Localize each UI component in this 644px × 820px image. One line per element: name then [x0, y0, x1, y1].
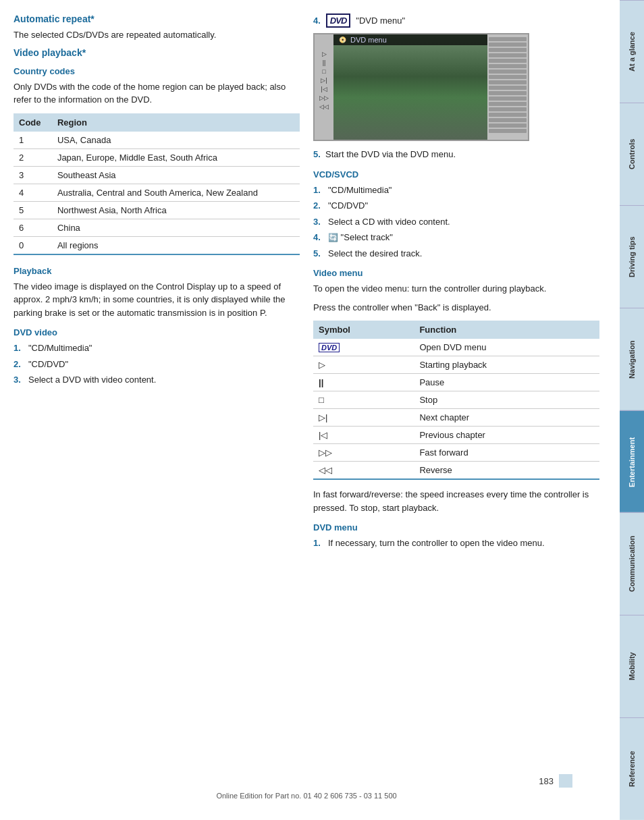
sidebar-item-navigation[interactable]: Navigation: [620, 308, 644, 410]
step-number: 5.: [313, 247, 324, 261]
sidebar-item-at-a-glance[interactable]: At a glance: [620, 0, 644, 103]
function-cell: Next chapter: [414, 409, 599, 427]
table-row: ||Pause: [313, 374, 599, 391]
table-row: 6China: [14, 219, 300, 236]
playback-body: The video image is displayed on the Cont…: [14, 280, 300, 320]
table-row: 0All regions: [14, 236, 300, 254]
video-playback-section: Video playback*: [14, 47, 300, 58]
fast-forward-icon: ▷▷: [319, 447, 332, 458]
country-codes-section: Country codes Only DVDs with the code of…: [14, 66, 300, 255]
dvd-video-steps: 1."CD/Multimedia"2."CD/DVD"3.Select a DV…: [14, 341, 300, 387]
function-cell: Pause: [414, 374, 599, 391]
dvd-left-panel: ▷ || □ ▷| |◁ ▷▷ ◁◁: [315, 34, 333, 140]
country-code-cell: 3: [14, 166, 52, 184]
country-code-cell: 5: [14, 201, 52, 219]
automatic-repeat-title: Automatic repeat*: [14, 13, 300, 24]
sym-prev-small: |◁: [321, 86, 327, 92]
symbol-cell: DVD: [313, 339, 414, 356]
country-code-cell: 4: [14, 184, 52, 201]
step-text: Select a CD with video content.: [328, 215, 450, 229]
list-item: 1.If necessary, turn the controller to o…: [313, 537, 599, 550]
dvd-menu-title: DVD menu: [313, 522, 599, 532]
sym-stop-small: □: [322, 68, 325, 75]
dvd-right-panel: [487, 34, 528, 140]
list-item: 1."CD/Multimedia": [14, 341, 300, 355]
table-row: 1USA, Canada: [14, 132, 300, 149]
sym-pause-small: ||: [323, 59, 326, 66]
sidebar-item-reference[interactable]: Reference: [620, 717, 644, 820]
sidebar-item-communication[interactable]: Communication: [620, 512, 644, 615]
dvd-video-title: DVD video: [14, 327, 300, 337]
country-codes-title: Country codes: [14, 66, 300, 76]
dvd-logo-icon: DVD: [326, 13, 350, 28]
region-cell: Southeast Asia: [52, 166, 300, 184]
table-row: ◁◁Reverse: [313, 462, 599, 480]
table-row: □Stop: [313, 391, 599, 409]
video-menu-title: Video menu: [313, 268, 599, 278]
list-item: 2."CD/DVD": [14, 358, 300, 371]
country-code-cell: 2: [14, 148, 52, 166]
step-text: Select a DVD with video content.: [28, 373, 156, 387]
region-cell: Northwest Asia, North Africa: [52, 201, 300, 219]
step-number: 1.: [14, 341, 24, 355]
table-row: |◁Previous chapter: [313, 427, 599, 444]
region-cell: Japan, Europe, Middle East, South Africa: [52, 148, 300, 166]
symbol-cell: |◁: [313, 427, 414, 444]
country-code-cell: 6: [14, 219, 52, 236]
pause-icon: ||: [319, 377, 323, 387]
function-cell: Stop: [414, 391, 599, 409]
step-number: 3.: [313, 215, 324, 229]
sidebar-item-controls[interactable]: Controls: [620, 103, 644, 205]
list-item: 5.Select the desired track.: [313, 247, 599, 261]
list-item: 3.Select a CD with video content.: [313, 215, 599, 229]
table-row: 2Japan, Europe, Middle East, South Afric…: [14, 148, 300, 166]
step-text: "CD/Multimedia": [28, 341, 92, 355]
table-row: ▷▷Fast forward: [313, 444, 599, 462]
sym-next-small: ▷|: [321, 77, 327, 84]
step-number: 2.: [313, 199, 324, 213]
left-column: Automatic repeat* The selected CDs/DVDs …: [14, 13, 300, 763]
sidebar-item-mobility[interactable]: Mobility: [620, 615, 644, 717]
list-item: 3.Select a DVD with video content.: [14, 373, 300, 387]
vcd-svcd-title: VCD/SVCD: [313, 169, 599, 180]
list-item: 1."CD/Multimedia": [313, 184, 599, 197]
video-menu-intro2: Press the controller when "Back" is disp…: [313, 301, 599, 315]
step-text: Select the desired track.: [328, 247, 422, 261]
table-row: DVDOpen DVD menu: [313, 339, 599, 356]
step4-number: 4.: [313, 16, 321, 26]
step-text: If necessary, turn the controller to ope…: [328, 537, 545, 550]
sidebar-tabs: At a glance Controls Driving tips Naviga…: [620, 0, 644, 820]
symbol-cell: ◁◁: [313, 462, 414, 480]
automatic-repeat-body: The selected CDs/DVDs are repeated autom…: [14, 28, 300, 42]
symbol-cell: ||: [313, 374, 414, 391]
automatic-repeat-section: Automatic repeat* The selected CDs/DVDs …: [14, 13, 300, 42]
page-number: 183: [539, 776, 554, 786]
reverse-icon: ◁◁: [319, 465, 332, 475]
video-menu-section: Video menu To open the video menu: turn …: [313, 268, 599, 514]
col-header-region: Region: [52, 113, 300, 132]
region-cell: China: [52, 219, 300, 236]
step-number: 1.: [313, 184, 324, 197]
dvd-menu-section: DVD menu 1.If necessary, turn the contro…: [313, 522, 599, 550]
playback-section: Playback The video image is displayed on…: [14, 266, 300, 320]
region-cell: USA, Canada: [52, 132, 300, 149]
dvd-symbol-icon: DVD: [319, 343, 340, 352]
stop-icon: □: [319, 395, 324, 405]
step4-header: 4. DVD "DVD menu": [313, 13, 599, 28]
dvd-menu-label: DVD menu: [350, 36, 387, 44]
step-text: "CD/DVD": [328, 199, 368, 213]
symbol-cell: □: [313, 391, 414, 409]
select-icon: 🔄: [328, 233, 338, 242]
region-cell: Australia, Central and South America, Ne…: [52, 184, 300, 201]
symbol-cell: ▷: [313, 356, 414, 374]
step-text: 🔄 "Select track": [328, 231, 393, 244]
sidebar-item-driving-tips[interactable]: Driving tips: [620, 205, 644, 308]
symbol-table: Symbol Function DVDOpen DVD menu▷Startin…: [313, 321, 599, 480]
step-number: 1.: [313, 537, 324, 550]
country-code-cell: 0: [14, 236, 52, 254]
dvd-icon-small: 📀: [339, 36, 346, 43]
prev-icon: |◁: [319, 430, 327, 440]
table-row: ▷|Next chapter: [313, 409, 599, 427]
sym-play-small: ▷: [322, 51, 327, 57]
sidebar-item-entertainment[interactable]: Entertainment: [620, 410, 644, 513]
